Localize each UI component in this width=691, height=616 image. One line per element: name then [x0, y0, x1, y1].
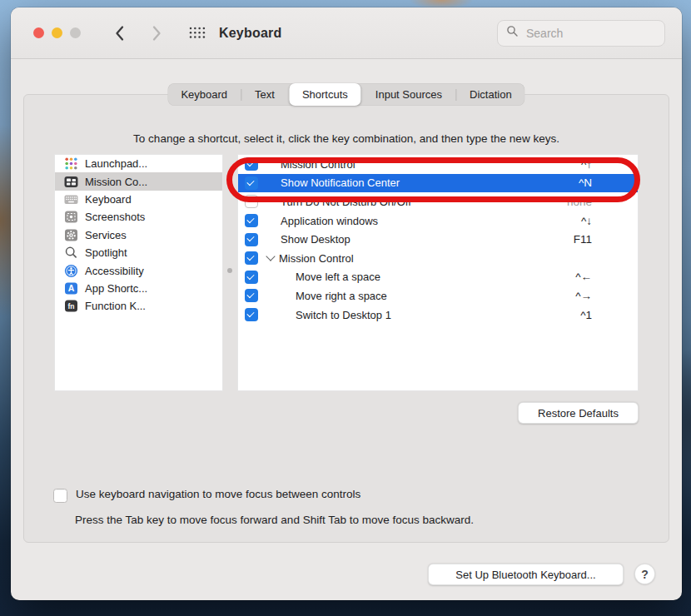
sidebar-item-accessibility[interactable]: Accessibility: [55, 261, 222, 279]
shortcut-key: ^1: [580, 309, 638, 321]
shortcut-key: ^N: [579, 176, 638, 189]
sidebar-item-label: Mission Co...: [85, 176, 147, 188]
shortcut-key: F11: [574, 233, 638, 246]
screenshots-icon: [64, 210, 78, 224]
spotlight-icon: [64, 246, 78, 260]
search-field[interactable]: [497, 20, 665, 47]
shortcut-label: Turn Do Not Disturb On/Off: [281, 196, 411, 208]
instruction-text: To change a shortcut, select it, click t…: [11, 132, 682, 145]
shortcut-label: Show Desktop: [281, 233, 350, 246]
shortcut-key: ^→: [575, 290, 638, 302]
shortcut-row[interactable]: Show DesktopF11: [238, 230, 638, 249]
checkbox[interactable]: [245, 308, 258, 321]
keyboard-nav-row: Use keyboard navigation to move focus be…: [53, 488, 360, 503]
minimize-button[interactable]: [52, 27, 62, 38]
forward-button[interactable]: [149, 23, 164, 43]
tab-bar: KeyboardTextShortcutsInput SourcesDictat…: [167, 83, 524, 106]
sidebar-item-launchpad[interactable]: Launchpad...: [55, 155, 222, 172]
shortcut-key: ^←: [575, 271, 638, 283]
shortcut-rows-list: Mission Control^↑Show Notification Cente…: [237, 154, 639, 391]
shortcut-row[interactable]: Mission Control: [238, 249, 638, 268]
launchpad-icon: [64, 156, 78, 171]
shortcut-categories-list: Launchpad...Mission Co...KeyboardScreens…: [54, 154, 223, 391]
services-icon: [64, 228, 78, 242]
function-keys-icon: fn: [64, 299, 78, 313]
preferences-window: Keyboard KeyboardTextShortcutsInput Sour…: [11, 7, 682, 600]
sidebar-item-mission-co[interactable]: Mission Co...: [55, 172, 222, 190]
page-title: Keyboard: [219, 26, 281, 41]
sidebar-item-keyboard[interactable]: Keyboard: [55, 191, 222, 208]
shortcut-row[interactable]: Move right a space^→: [238, 286, 638, 306]
shortcut-row[interactable]: Turn Do Not Disturb On/Offnone: [238, 192, 638, 211]
pane-splitter-handle[interactable]: [227, 268, 232, 273]
checkbox[interactable]: [245, 195, 258, 208]
show-all-grid-icon[interactable]: [189, 27, 206, 39]
checkbox[interactable]: [245, 289, 258, 302]
sidebar-item-services[interactable]: Services: [55, 226, 222, 244]
checkbox[interactable]: [245, 251, 258, 265]
tab-keyboard[interactable]: Keyboard: [167, 83, 241, 106]
checkbox[interactable]: [245, 271, 258, 284]
search-input[interactable]: [524, 26, 656, 41]
setup-bluetooth-keyboard-button[interactable]: Set Up Bluetooth Keyboard...: [428, 564, 624, 585]
tab-text[interactable]: Text: [241, 83, 288, 106]
sidebar-item-label: Accessibility: [85, 265, 144, 277]
search-icon: [506, 25, 519, 41]
shortcut-key: ^↓: [581, 215, 638, 227]
back-button[interactable]: [112, 23, 127, 43]
help-button[interactable]: ?: [634, 564, 655, 584]
sidebar-item-function-k[interactable]: fnFunction K...: [55, 297, 222, 315]
shortcut-label: Mission Control: [281, 158, 355, 171]
close-button[interactable]: [33, 27, 44, 38]
shortcut-label: Move left a space: [296, 271, 380, 283]
disclosure-chevron-down-icon[interactable]: [266, 252, 275, 261]
shortcut-row[interactable]: Application windows^↓: [238, 211, 638, 231]
sidebar-item-screenshots[interactable]: Screenshots: [55, 208, 222, 226]
checkbox[interactable]: [245, 157, 258, 171]
accessibility-icon: [64, 264, 78, 278]
keyboard-nav-checkbox[interactable]: [53, 489, 67, 503]
shortcut-label: Switch to Desktop 1: [296, 309, 391, 321]
checkbox[interactable]: [245, 214, 258, 227]
shortcut-key: none: [567, 196, 638, 208]
restore-defaults-button[interactable]: Restore Defaults: [518, 402, 639, 424]
keyboard-icon: [64, 192, 78, 206]
tab-shortcuts[interactable]: Shortcuts: [289, 83, 361, 106]
shortcut-row[interactable]: Move left a space^←: [238, 268, 638, 287]
app-shortcuts-icon: A: [64, 281, 78, 296]
tab-dictation[interactable]: Dictation: [456, 83, 525, 106]
sidebar-item-spotlight[interactable]: Spotlight: [55, 244, 222, 261]
keyboard-nav-label: Use keyboard navigation to move focus be…: [76, 488, 360, 500]
shortcut-row[interactable]: Switch to Desktop 1^1: [238, 306, 638, 325]
svg-text:A: A: [68, 283, 75, 293]
sidebar-item-label: Function K...: [85, 300, 146, 312]
sidebar-item-label: Spotlight: [85, 246, 127, 259]
checkbox[interactable]: [245, 176, 258, 190]
tab-input-sources[interactable]: Input Sources: [362, 83, 455, 106]
shortcut-key: ^↑: [581, 158, 638, 171]
shortcut-label: Mission Control: [279, 252, 354, 265]
shortcut-label: Show Notification Center: [281, 176, 400, 189]
keyboard-nav-hint: Press the Tab key to move focus forward …: [75, 514, 474, 526]
titlebar: Keyboard: [11, 7, 682, 59]
sidebar-item-label: Launchpad...: [85, 157, 147, 170]
sidebar-item-label: App Shortc...: [85, 282, 147, 295]
shortcut-label: Move right a space: [296, 290, 387, 302]
sidebar-item-label: Screenshots: [85, 211, 145, 223]
shortcut-label: Application windows: [281, 215, 378, 227]
checkbox[interactable]: [245, 233, 258, 246]
sidebar-item-app-shortc[interactable]: AApp Shortc...: [55, 280, 222, 297]
svg-text:fn: fn: [67, 302, 74, 310]
shortcut-row[interactable]: Show Notification Center^N: [238, 174, 638, 193]
zoom-button[interactable]: [70, 27, 81, 38]
traffic-lights: [33, 27, 81, 38]
desktop-wallpaper: { "titlebar": { "title": "Keyboard", "se…: [0, 0, 691, 616]
mission-control-icon: [64, 175, 78, 189]
nav-buttons: [112, 23, 164, 43]
shortcut-row[interactable]: Mission Control^↑: [238, 155, 638, 174]
sidebar-item-label: Services: [85, 229, 127, 241]
sidebar-item-label: Keyboard: [85, 193, 132, 206]
